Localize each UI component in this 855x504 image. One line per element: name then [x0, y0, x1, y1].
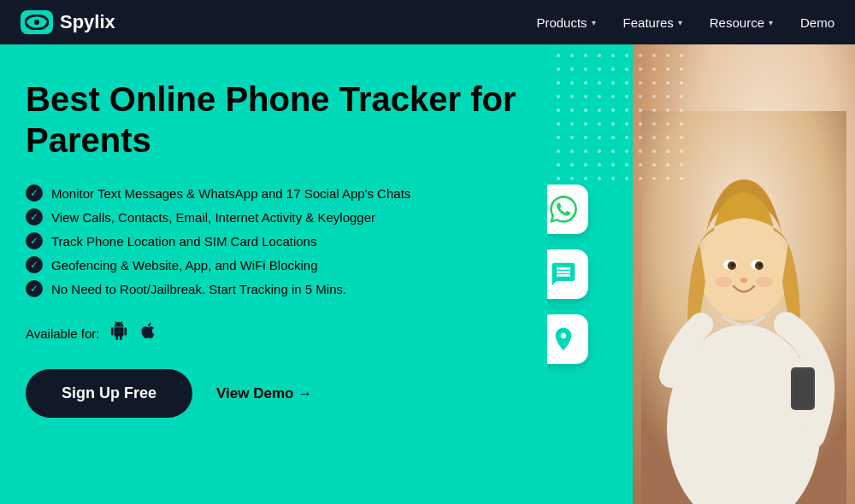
chevron-down-icon: ▾ — [678, 18, 682, 27]
svg-point-17 — [756, 277, 773, 287]
navbar: Spylix Products ▾ Features ▾ Resource ▾ … — [0, 0, 855, 44]
location-icon — [550, 325, 577, 353]
chevron-down-icon: ▾ — [769, 18, 773, 27]
svg-point-8 — [699, 218, 788, 320]
chevron-down-icon: ▾ — [592, 18, 596, 27]
feature-item: ✓ Geofencing & Website, App, and WiFi Bl… — [26, 256, 522, 273]
feature-item: ✓ Monitor Text Messages & WhatsApp and 1… — [26, 185, 522, 202]
apple-icon — [139, 321, 157, 345]
svg-point-1 — [34, 20, 39, 25]
location-card — [547, 314, 588, 364]
whatsapp-icon — [550, 196, 577, 223]
feature-item: ✓ Track Phone Location and SIM Card Loca… — [26, 232, 522, 249]
nav-demo[interactable]: Demo — [800, 15, 834, 30]
svg-point-16 — [715, 277, 732, 287]
feature-item: ✓ View Calls, Contacts, Email, Internet … — [26, 208, 522, 226]
hero-right — [547, 44, 855, 504]
android-icon — [109, 321, 128, 345]
hero-title: Best Online Phone Tracker for Parents — [26, 79, 522, 161]
nav-features[interactable]: Features ▾ — [623, 15, 682, 30]
logo-icon — [25, 15, 49, 30]
feature-item: ✓ No Need to Root/Jailbreak. Start Track… — [26, 280, 522, 297]
demo-link[interactable]: View Demo → — [216, 385, 312, 402]
check-icon: ✓ — [26, 185, 43, 202]
cta-row: Sign Up Free View Demo → — [26, 369, 522, 418]
nav-products[interactable]: Products ▾ — [536, 15, 595, 30]
hero-section: Best Online Phone Tracker for Parents ✓ … — [0, 44, 855, 504]
signup-button[interactable]: Sign Up Free — [26, 369, 192, 418]
check-icon: ✓ — [26, 256, 43, 273]
message-icon — [550, 261, 577, 288]
check-icon: ✓ — [26, 208, 43, 226]
app-icons-column — [547, 44, 588, 504]
svg-point-15 — [740, 278, 747, 283]
available-row: Available for: — [26, 321, 522, 345]
nav-resource[interactable]: Resource ▾ — [710, 15, 773, 30]
check-icon: ✓ — [26, 232, 43, 249]
logo-text: Spylix — [60, 11, 115, 33]
svg-rect-19 — [793, 370, 813, 407]
svg-point-14 — [758, 263, 762, 267]
hero-content: Best Online Phone Tracker for Parents ✓ … — [0, 44, 547, 504]
svg-point-13 — [731, 263, 734, 267]
nav-links: Products ▾ Features ▾ Resource ▾ Demo — [536, 15, 834, 30]
hero-features-list: ✓ Monitor Text Messages & WhatsApp and 1… — [26, 185, 522, 297]
logo[interactable]: Spylix — [21, 10, 115, 34]
check-icon: ✓ — [26, 280, 43, 297]
whatsapp-card — [547, 185, 588, 234]
message-card — [547, 249, 588, 299]
